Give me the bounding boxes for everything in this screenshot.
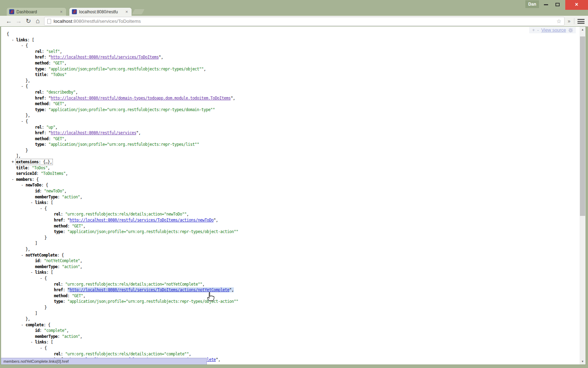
url-host: localhost (54, 19, 72, 24)
json-punct: ", (216, 357, 220, 362)
json-line: rel: "self", (1, 49, 580, 55)
json-punct: : (57, 195, 62, 199)
expand-toggle-icon[interactable]: + (12, 159, 14, 165)
json-punct: : (63, 287, 68, 292)
menu-button[interactable] (578, 19, 584, 24)
json-punct: } (44, 235, 47, 240)
scroll-down-icon[interactable]: ▼ (580, 359, 586, 364)
json-punct: , (80, 334, 82, 339)
json-line: rel: "up", (1, 124, 580, 130)
scrollbar-thumb[interactable] (580, 36, 585, 216)
close-button[interactable]: × (565, 0, 588, 10)
focused-node: extensions: {…}, (16, 159, 52, 164)
home-button[interactable]: ⌂ (33, 17, 42, 26)
json-line: serviceId: "ToDoItems", (1, 171, 580, 177)
back-button[interactable]: ← (4, 17, 13, 26)
json-string: "GET" (72, 224, 83, 229)
json-line: +extensions: {…}, (1, 159, 580, 165)
json-line: href: "http://localhost:8080/restful/ser… (1, 54, 580, 60)
json-line: type: "application/json;profile="urn:org… (1, 107, 580, 113)
json-punct: : (42, 49, 46, 54)
json-line: rel: "urn:org.restfulobjects:rels/detail… (1, 281, 580, 287)
json-line: id: "notYetComplete", (1, 258, 580, 264)
json-punct: : { (41, 183, 48, 188)
collapse-toggle-icon[interactable]: - (21, 118, 23, 124)
collapse-toggle-icon[interactable]: - (30, 200, 33, 206)
json-punct: { (26, 43, 28, 48)
json-string: "ToDos" (32, 165, 48, 170)
json-line: -links: [ (1, 270, 580, 275)
json-punct: : (40, 328, 44, 333)
vertical-scrollbar[interactable]: ▲ ▼ (580, 27, 586, 364)
json-line: -newToDo: { (1, 182, 580, 188)
reload-button[interactable]: ↻ (24, 17, 33, 26)
json-punct: , (64, 61, 66, 66)
collapse-toggle-icon[interactable]: - (21, 252, 23, 258)
json-punct: : (61, 282, 65, 287)
json-punct: ", (159, 55, 163, 60)
bookmark-star-icon[interactable]: ☆ (556, 18, 561, 25)
collapse-toggle-icon[interactable]: - (21, 182, 23, 188)
collapse-toggle-icon[interactable]: - (40, 275, 42, 281)
json-key: members (16, 177, 32, 182)
json-punct: : (44, 107, 49, 112)
json-punct: : (57, 334, 62, 339)
tab-close-icon[interactable]: × (124, 9, 129, 14)
forward-button[interactable]: → (14, 17, 23, 26)
collapse-toggle-icon[interactable]: - (40, 206, 42, 212)
expand-all-button[interactable]: + (532, 27, 535, 33)
collapse-toggle-icon[interactable]: - (21, 322, 23, 328)
json-line: -complete: { (1, 322, 580, 328)
json-key: links (16, 38, 27, 42)
address-bar[interactable]: localhost:8080/restful/services/ToDoItem… (44, 17, 565, 26)
view-source-link[interactable]: View source (541, 27, 566, 33)
json-key: rel (35, 125, 42, 130)
status-bar: members.notYetComplete.links[0].href (1, 358, 207, 364)
tab-label: localhost:8080/restfu (79, 9, 122, 14)
json-key: href (35, 55, 44, 60)
profile-name-badge[interactable]: Dan (525, 0, 539, 8)
collapse-toggle-icon[interactable]: - (21, 83, 23, 89)
tab-close-icon[interactable]: × (59, 9, 64, 14)
scroll-up-icon[interactable]: ▲ (580, 27, 586, 33)
json-link-visited[interactable]: http://localhost:8080/restful/services/T… (51, 55, 159, 60)
json-punct: ] (35, 241, 37, 246)
url-text[interactable]: localhost:8080/restful/services/ToDoItem… (54, 19, 141, 24)
collapse-toggle-icon[interactable]: - (30, 270, 33, 275)
json-key: type (35, 142, 44, 147)
url-path: :8080/restful/services/ToDoItems (72, 19, 141, 24)
json-key: memberType (35, 264, 57, 269)
gear-icon[interactable] (568, 28, 573, 33)
maximize-button[interactable] (552, 0, 564, 10)
favicon-icon (72, 9, 77, 14)
json-line: method: "GET", (1, 136, 580, 142)
tab-dashboard[interactable]: Dashboard × (6, 7, 66, 16)
json-link-visited[interactable]: http://localhost:8080/restful/domain-typ… (51, 96, 231, 101)
json-key: complete (26, 322, 43, 327)
tab-localhost[interactable]: localhost:8080/restfu × (69, 7, 132, 16)
json-link[interactable]: http://localhost:8080/restful/services/T… (70, 287, 229, 292)
json-punct: : { (43, 322, 50, 327)
json-line: -{ (1, 275, 580, 281)
json-link[interactable]: http://localhost:8080/restful/services/T… (70, 218, 214, 223)
json-string: "GET" (53, 101, 64, 106)
extensions-overflow-icon[interactable]: » (568, 18, 570, 24)
json-link-visited[interactable]: http://localhost:8080/restful/services (51, 130, 136, 135)
json-line: href: "http://localhost:8080/restful/ser… (1, 130, 580, 136)
json-line: { (1, 31, 580, 37)
collapse-all-button[interactable]: - (537, 27, 539, 33)
json-punct: : (49, 61, 53, 66)
json-line: method: "GET", (1, 60, 580, 66)
collapse-toggle-icon[interactable]: - (40, 345, 42, 351)
collapse-toggle-icon[interactable]: - (30, 339, 33, 345)
json-punct: , (80, 195, 82, 199)
new-tab-button[interactable] (132, 9, 145, 14)
json-punct: , (202, 282, 204, 287)
collapse-toggle-icon[interactable]: - (21, 43, 23, 49)
json-key: type (35, 107, 44, 112)
json-punct: : [ (46, 270, 53, 275)
collapse-toggle-icon[interactable]: - (12, 37, 14, 43)
minimize-button[interactable] (540, 0, 552, 10)
collapse-toggle-icon[interactable]: - (12, 177, 14, 183)
json-punct: : (49, 136, 53, 141)
